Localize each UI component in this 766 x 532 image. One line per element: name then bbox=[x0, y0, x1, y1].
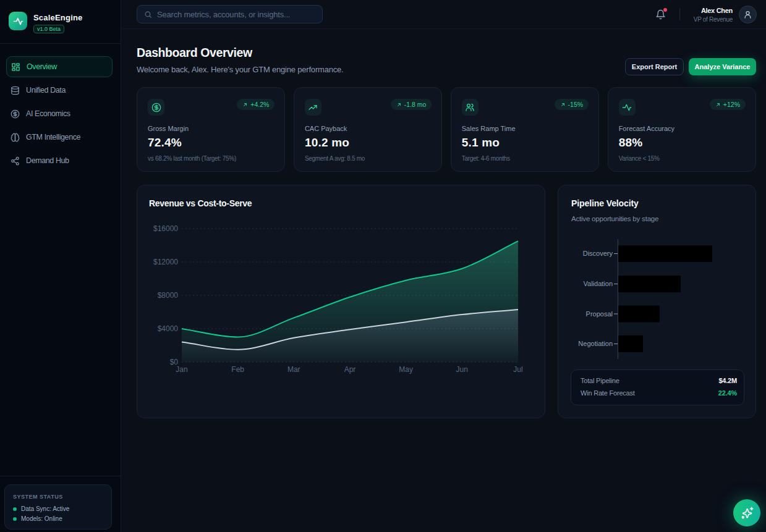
svg-text:Negotiation: Negotiation bbox=[578, 340, 613, 347]
svg-text:Discovery: Discovery bbox=[583, 250, 613, 257]
svg-text:$16000: $16000 bbox=[153, 224, 178, 233]
svg-text:Jan: Jan bbox=[176, 365, 187, 374]
svg-text:$4000: $4000 bbox=[158, 324, 179, 333]
svg-text:Feb: Feb bbox=[231, 365, 244, 374]
svg-text:Jul: Jul bbox=[513, 365, 522, 374]
svg-text:Apr: Apr bbox=[344, 365, 356, 374]
svg-text:Proposal: Proposal bbox=[586, 310, 613, 318]
svg-text:Mar: Mar bbox=[287, 365, 300, 374]
svg-text:$8000: $8000 bbox=[158, 291, 179, 300]
svg-text:May: May bbox=[399, 365, 413, 374]
svg-text:$12000: $12000 bbox=[153, 258, 178, 266]
svg-text:Validation: Validation bbox=[584, 280, 613, 287]
svg-text:Jun: Jun bbox=[456, 365, 468, 374]
